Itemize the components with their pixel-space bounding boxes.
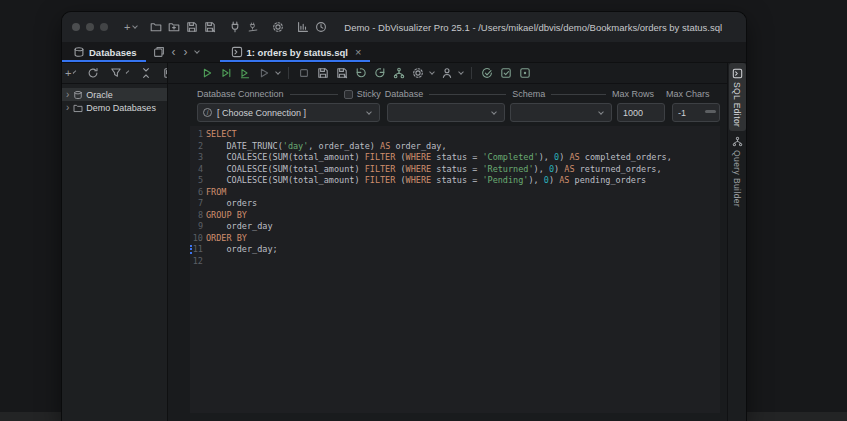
database-icon: [73, 45, 85, 59]
schema-label: Schema: [512, 89, 545, 99]
code-text: COALESCE(SUM(total_amount) FILTER (WHERE…: [206, 152, 672, 164]
code-line: 3 COALESCE(SUM(total_amount) FILTER (WHE…: [190, 152, 720, 164]
preview-box-icon[interactable]: [518, 66, 532, 80]
line-number: 10: [190, 233, 206, 245]
next-tab-icon[interactable]: ›: [184, 46, 188, 58]
max-rows-input[interactable]: [617, 103, 665, 122]
tree-item-oracle[interactable]: ›Oracle: [62, 88, 167, 101]
chevron-down-icon: [491, 109, 497, 115]
code-line: 8GROUP BY: [190, 210, 720, 222]
rollback-icon[interactable]: [373, 66, 387, 80]
tree-item-label: Oracle: [86, 90, 113, 100]
titlebar-toolbar: +: [124, 20, 330, 34]
max-rows-label: Max Rows: [612, 89, 666, 99]
line-number: 3: [190, 152, 206, 164]
history-icon[interactable]: [314, 20, 328, 34]
code-text: order_day: [206, 221, 273, 233]
code-text: FROM: [206, 187, 226, 199]
disconnect-icon[interactable]: [246, 20, 260, 34]
line-number: 12: [190, 256, 206, 268]
line-number: 11: [190, 244, 206, 256]
sticky-checkbox[interactable]: [344, 90, 353, 99]
commit-icon[interactable]: [354, 66, 368, 80]
schema-select[interactable]: [510, 103, 612, 122]
create-connection-icon[interactable]: +: [65, 68, 71, 79]
chevron-down-icon[interactable]: [275, 69, 281, 75]
close-tab-icon[interactable]: ×: [355, 46, 361, 58]
window-title: Demo - DbVisualizer Pro 25.1 - /Users/mi…: [330, 22, 736, 33]
line-number: 8: [190, 210, 206, 222]
line-number: 9: [190, 221, 206, 233]
dbvisualizer-window: + Demo - DbVisualizer Pro 25.1 - /Users/…: [62, 12, 746, 421]
chevron-down-icon[interactable]: [458, 69, 464, 75]
toolbar-collapse-handle[interactable]: [705, 110, 716, 113]
open-in-window-icon[interactable]: [152, 45, 166, 59]
expander-chevron-icon[interactable]: ›: [66, 89, 69, 100]
code-line: 4 COALESCE(SUM(total_amount) FILTER (WHE…: [190, 164, 720, 176]
right-tab-strip: SQL EditorQuery Builder: [727, 63, 746, 421]
execute-icon[interactable]: [200, 66, 214, 80]
chevron-down-icon[interactable]: [429, 69, 435, 75]
connection-select[interactable]: i [ Choose Connection ]: [197, 103, 380, 122]
chevron-down-icon: [598, 109, 604, 115]
zoom-window-button[interactable]: [100, 23, 108, 31]
open-folder-icon[interactable]: [149, 20, 163, 34]
connection-labels-row: Database Connection Sticky Database Sche…: [168, 84, 727, 101]
tab-orders-by-status[interactable]: 1: orders by status.sql ×: [220, 42, 371, 62]
line-number: 6: [190, 187, 206, 199]
expander-chevron-icon[interactable]: ›: [66, 102, 69, 113]
database-icon: [72, 88, 84, 102]
parse-check-icon[interactable]: [480, 66, 494, 80]
execute-explain-icon[interactable]: [257, 66, 271, 80]
code-text: GROUP BY: [206, 210, 247, 222]
save-as-icon[interactable]: [203, 20, 217, 34]
code-line: 1SELECT: [190, 129, 720, 141]
sql-code-editor[interactable]: 1SELECT2 DATE_TRUNC('day', order_date) A…: [190, 126, 720, 413]
new-plus-icon[interactable]: +: [124, 22, 130, 33]
validate-check-icon[interactable]: [499, 66, 513, 80]
prev-tab-icon[interactable]: ‹: [172, 46, 176, 58]
sticky-label: Sticky: [357, 89, 381, 99]
save-as-icon[interactable]: [335, 66, 349, 80]
settings-gear-icon[interactable]: [271, 20, 285, 34]
permissions-icon[interactable]: [440, 66, 454, 80]
vertical-tab-query-builder[interactable]: Query Builder: [729, 131, 746, 211]
sidebar-toolbar: +: [62, 63, 167, 84]
chevron-down-icon[interactable]: [133, 23, 139, 29]
database-label: Database: [385, 89, 424, 99]
close-window-button[interactable]: [72, 23, 80, 31]
code-text: SELECT: [206, 129, 237, 141]
execute-current-icon[interactable]: [219, 66, 233, 80]
editor-settings-icon[interactable]: [411, 66, 425, 80]
chevron-down-icon[interactable]: [126, 70, 130, 74]
tree-item-demo-databases[interactable]: ›Demo Databases: [62, 101, 167, 114]
save-icon[interactable]: [316, 66, 330, 80]
line-number: 7: [190, 198, 206, 210]
vertical-tab-label: SQL Editor: [732, 82, 742, 127]
databases-sidebar: + ›Oracle›Demo Databases: [62, 63, 167, 421]
query-builder-icon: [731, 135, 744, 148]
tab-list-icon[interactable]: [194, 48, 200, 54]
line-number: 1: [190, 129, 206, 141]
connection-controls-row: i [ Choose Connection ]: [168, 101, 727, 122]
open-bookmark-icon[interactable]: [167, 20, 181, 34]
stop-icon[interactable]: [297, 66, 311, 80]
collapse-all-icon[interactable]: [140, 66, 152, 80]
monitor-chart-icon[interactable]: [296, 20, 310, 34]
save-icon[interactable]: [185, 20, 199, 34]
tab-nav-controls: ‹›: [146, 42, 206, 62]
vertical-tab-sql-editor[interactable]: SQL Editor: [729, 63, 746, 131]
refresh-icon[interactable]: [87, 66, 99, 80]
tab-databases[interactable]: Databases: [62, 42, 146, 62]
titlebar: + Demo - DbVisualizer Pro 25.1 - /Users/…: [62, 12, 746, 42]
chevron-down-icon[interactable]: [73, 70, 77, 74]
code-line: 9 order_day: [190, 221, 720, 233]
minimize-window-button[interactable]: [86, 23, 94, 31]
connect-icon[interactable]: [228, 20, 242, 34]
code-line: 7 orders: [190, 198, 720, 210]
tab-orders-label: 1: orders by status.sql: [247, 47, 348, 58]
database-select[interactable]: [387, 103, 505, 122]
format-sql-icon[interactable]: [392, 66, 406, 80]
filter-icon[interactable]: [110, 66, 122, 80]
execute-buffer-icon[interactable]: [238, 66, 252, 80]
